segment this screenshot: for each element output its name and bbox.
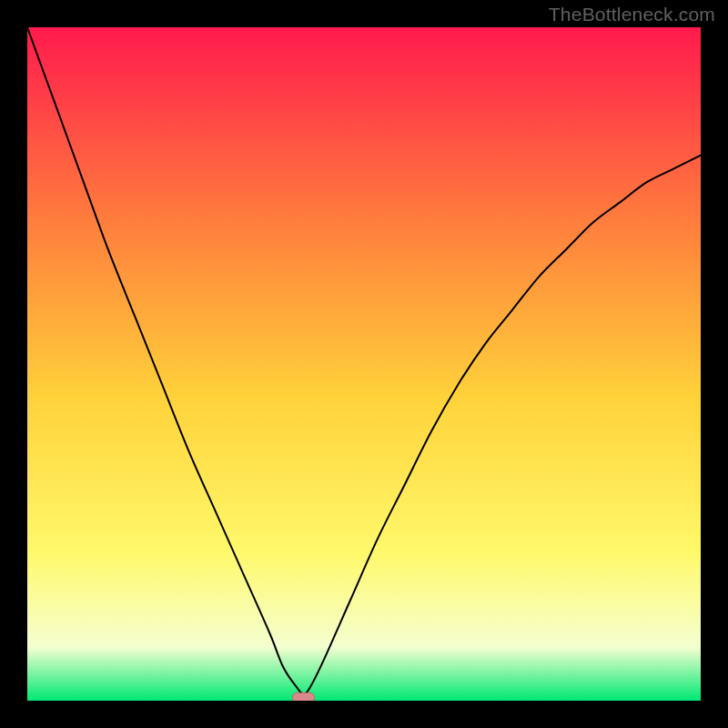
watermark-text: TheBottleneck.com xyxy=(549,4,715,25)
plot-area xyxy=(27,27,701,701)
optimal-marker xyxy=(292,693,314,701)
gradient-background xyxy=(27,27,701,701)
chart-svg xyxy=(27,27,701,701)
chart-frame: TheBottleneck.com xyxy=(0,0,728,728)
